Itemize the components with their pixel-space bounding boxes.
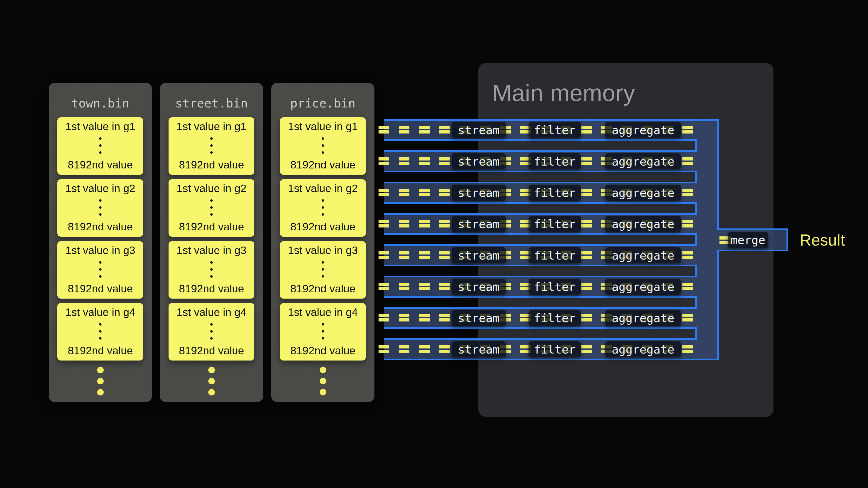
granule-last-value: 8192nd value [68,159,133,170]
dot-icon [322,151,324,154]
file-name: street.bin [160,96,263,110]
dot-icon [99,323,101,326]
granule-first-value: 1st value in g4 [288,306,358,318]
dot-icon [208,378,215,384]
granule-block: 1st value in g48192nd value [280,303,366,360]
granule-last-value: 8192nd value [290,159,355,170]
granule-block: 1st value in g28192nd value [280,179,366,237]
dot-icon [210,268,213,271]
stage-box-filter: filter [528,122,581,138]
stage-label: aggregate [612,123,674,137]
merge-operator-label: merge [731,233,766,247]
pipeline-bus-fill [697,121,717,359]
lane-border-top [384,245,697,246]
merge-operator-box: merge [728,232,768,248]
stage-label: filter [534,343,576,356]
stage-box-aggregate: aggregate [605,153,681,169]
merge-lane-border-top [717,228,788,230]
granule-last-value: 8192nd value [290,283,355,294]
stage-box-aggregate: aggregate [605,341,681,357]
lane-border-top [384,213,697,215]
granule-first-value: 1st value in g3 [65,245,135,256]
granule-block: 1st value in g38192nd value [57,241,143,299]
granule-last-value: 8192nd value [68,345,133,356]
dot-icon [322,275,324,278]
dot-icon [99,151,101,154]
lane-border-top [384,151,697,152]
dot-icon [322,261,324,264]
more-granules-ellipsis-icon [49,367,152,395]
lane-border-bottom [384,359,719,360]
granule-first-value: 1st value in g1 [177,121,246,132]
dot-icon [99,137,101,140]
stage-label: filter [534,311,576,325]
stage-box-aggregate: aggregate [605,247,681,263]
lane-border-top [384,338,697,340]
stage-label: aggregate [612,217,674,231]
stage-label: stream [458,186,500,199]
lane-border-top [384,276,697,278]
stage-box-filter: filter [528,247,581,263]
dot-icon [99,206,101,209]
granule-first-value: 1st value in g4 [65,306,135,318]
dot-icon [320,378,326,384]
stage-label: aggregate [612,280,674,294]
vertical-ellipsis-icon [99,261,101,278]
file-panel: price.bin1st value in g18192nd value1st … [271,83,374,402]
vertical-ellipsis-icon [322,137,324,154]
stage-label: filter [534,217,576,231]
vertical-ellipsis-icon [210,137,213,154]
stage-label: filter [534,186,576,199]
dot-icon [210,330,213,332]
stage-box-aggregate: aggregate [605,122,681,138]
granule-block: 1st value in g48192nd value [168,303,254,360]
dot-icon [210,261,213,264]
dot-icon [320,389,326,395]
granule-first-value: 1st value in g2 [177,183,246,194]
vertical-ellipsis-icon [322,323,324,339]
stage-label: filter [534,280,576,294]
vertical-ellipsis-icon [210,323,213,339]
stage-label: stream [458,343,500,356]
dot-icon [210,323,213,326]
stage-box-aggregate: aggregate [605,279,681,295]
dot-icon [210,337,213,339]
lane-border-top [384,307,697,309]
bus-right-border-bottom [717,251,719,360]
dot-icon [210,275,213,278]
stage-box-stream: stream [452,153,506,169]
lane-border-bottom [384,139,697,141]
granule-first-value: 1st value in g4 [177,306,246,318]
granule-block: 1st value in g18192nd value [280,117,366,175]
dot-icon [322,206,324,209]
dot-icon [210,144,213,147]
dot-icon [322,323,324,326]
granule-last-value: 8192nd value [179,345,244,356]
stage-box-filter: filter [528,341,581,357]
vertical-ellipsis-icon [322,199,324,216]
stage-box-filter: filter [528,310,581,326]
vertical-ellipsis-icon [99,323,101,339]
dot-icon [99,275,101,278]
dot-icon [99,144,101,147]
granule-block: 1st value in g38192nd value [280,241,366,299]
granule-first-value: 1st value in g1 [288,121,358,132]
merge-lane-border-bottom [717,250,788,251]
merge-lane-border-right [786,228,788,251]
granule-block: 1st value in g28192nd value [57,179,143,237]
stage-box-filter: filter [528,153,581,169]
bus-right-border-top [717,119,719,228]
stage-label: filter [534,155,576,168]
stage-box-stream: stream [452,122,506,138]
stage-box-filter: filter [528,216,581,232]
dot-icon [99,268,101,271]
granule-block: 1st value in g38192nd value [168,241,254,299]
dot-icon [97,367,104,373]
stage-label: filter [534,123,576,137]
dot-icon [210,199,213,202]
stage-label: aggregate [612,311,674,325]
dot-icon [210,213,213,216]
dot-icon [97,378,104,384]
file-name: price.bin [271,96,374,110]
stage-box-filter: filter [528,279,581,295]
